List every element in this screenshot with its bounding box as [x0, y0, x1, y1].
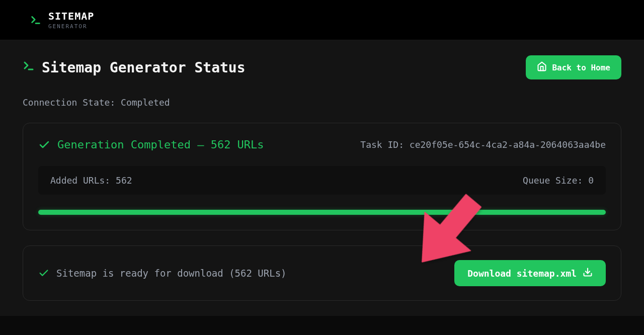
added-urls-value: 562	[116, 175, 132, 186]
status-card: Generation Completed — 562 URLs Task ID:…	[23, 123, 621, 230]
terminal-icon	[30, 15, 41, 26]
task-id-label: Task ID:	[360, 139, 404, 150]
download-button[interactable]: Download sitemap.xml	[454, 260, 606, 286]
added-urls-label: Added URLs:	[50, 175, 110, 186]
download-icon	[583, 267, 593, 279]
check-icon	[38, 268, 49, 279]
logo-title: SITEMAP	[48, 10, 94, 22]
logo-text: SITEMAP GENERATOR	[48, 10, 94, 30]
task-id-value: ce20f05e-654c-4ca2-a84a-2064063aa4be	[410, 139, 606, 150]
download-card: Sitemap is ready for download (562 URLs)…	[23, 245, 621, 301]
page-title-text: Sitemap Generator Status	[42, 59, 246, 76]
stats-bar: Added URLs: 562 Queue Size: 0	[38, 166, 606, 195]
download-button-label: Download sitemap.xml	[467, 268, 577, 279]
progress-bar	[38, 210, 606, 215]
task-id: Task ID: ce20f05e-654c-4ca2-a84a-2064063…	[360, 139, 606, 150]
logo-subtitle: GENERATOR	[48, 23, 94, 30]
download-ready-text: Sitemap is ready for download (562 URLs)	[56, 268, 287, 279]
queue-size: Queue Size: 0	[523, 175, 594, 186]
download-status: Sitemap is ready for download (562 URLs)	[38, 268, 287, 279]
back-button-label: Back to Home	[552, 63, 610, 72]
queue-size-value: 0	[588, 175, 594, 186]
back-to-home-button[interactable]: Back to Home	[526, 55, 621, 79]
title-row: Sitemap Generator Status Back to Home	[23, 55, 621, 79]
connection-value: Completed	[121, 97, 170, 108]
completion-status: Generation Completed — 562 URLs	[38, 138, 264, 151]
app-header: SITEMAP GENERATOR	[0, 0, 644, 40]
connection-state: Connection State: Completed	[23, 97, 621, 108]
main-content: Sitemap Generator Status Back to Home Co…	[0, 40, 644, 316]
completion-text: Generation Completed — 562 URLs	[57, 138, 264, 151]
card-header: Generation Completed — 562 URLs Task ID:…	[38, 138, 606, 151]
queue-size-label: Queue Size:	[523, 175, 583, 186]
added-urls: Added URLs: 562	[50, 175, 132, 186]
page-title: Sitemap Generator Status	[23, 59, 246, 76]
terminal-icon	[23, 60, 35, 75]
home-icon	[537, 61, 547, 73]
check-icon	[38, 139, 50, 151]
connection-label: Connection State:	[23, 97, 115, 108]
